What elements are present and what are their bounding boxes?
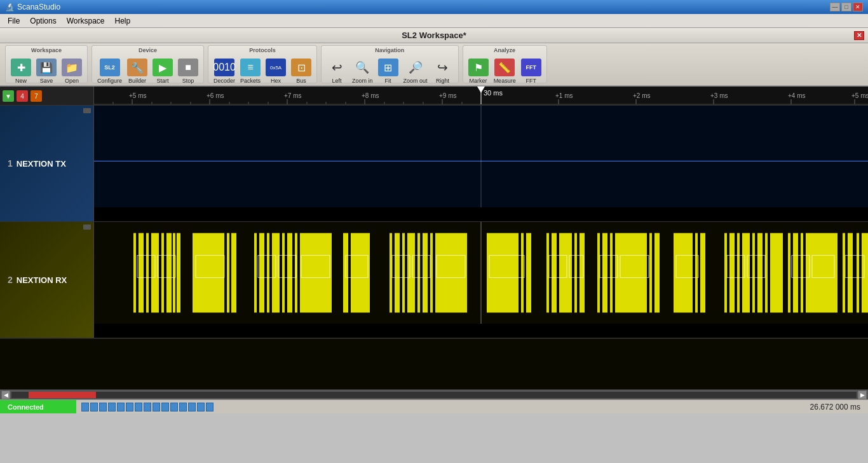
packets-label: Packets — [240, 78, 261, 84]
progress-block-13 — [188, 403, 196, 411]
ch2-number: 2 — [8, 275, 13, 285]
svg-rect-74 — [552, 233, 557, 312]
stop-button[interactable]: ■ Stop — [177, 57, 200, 85]
svg-rect-68 — [430, 233, 433, 312]
start-label: Start — [157, 78, 169, 84]
timeline-down-button[interactable]: ▼ — [3, 90, 14, 102]
builder-button[interactable]: 🔧 Builder — [126, 57, 149, 85]
menu-help[interactable]: Help — [110, 15, 136, 27]
svg-rect-50 — [227, 233, 229, 312]
group-label-workspace: Workspace — [31, 47, 62, 53]
minimize-button[interactable]: — — [830, 3, 840, 11]
svg-rect-88 — [729, 233, 735, 312]
scroll-thumb[interactable] — [29, 392, 96, 398]
group-label-analyze: Analyze — [494, 47, 515, 53]
left-button[interactable]: ↩ Left — [325, 57, 348, 85]
timeline-red-button[interactable]: 4 — [17, 90, 28, 102]
svg-rect-56 — [282, 233, 285, 312]
menu-options[interactable]: Options — [25, 15, 61, 27]
menu-workspace[interactable]: Workspace — [62, 15, 110, 27]
zoomin-icon: 🔍 — [352, 59, 372, 76]
marker-button[interactable]: ⚑ Marker — [467, 57, 490, 85]
svg-rect-69 — [435, 233, 467, 312]
right-icon: ↪ — [433, 59, 453, 76]
configure-button[interactable]: SL2 Configure — [96, 57, 123, 85]
menubar: File Options Workspace Help — [0, 14, 868, 28]
group-label-protocols: Protocols — [249, 47, 276, 53]
fit-button[interactable]: ⊞ Fit — [377, 57, 400, 85]
svg-rect-65 — [407, 233, 415, 312]
svg-rect-91 — [752, 233, 755, 312]
svg-rect-72 — [526, 233, 531, 312]
svg-rect-47 — [173, 233, 175, 312]
channel-1-row: 1 NEXTION TX — [0, 106, 868, 222]
toolbar: Workspace ✚ New 💾 Save 📁 Open Device SL2… — [0, 43, 868, 86]
svg-rect-52 — [254, 233, 257, 312]
svg-rect-71 — [521, 233, 524, 312]
workspace-close-button[interactable]: ✕ — [854, 31, 864, 40]
svg-rect-42 — [139, 233, 144, 312]
ch2-resize-handle[interactable] — [83, 225, 91, 230]
channel-2-label: 2 NEXTION RX — [0, 222, 94, 338]
svg-text:+2 ms: +2 ms — [633, 92, 651, 99]
svg-rect-73 — [546, 233, 549, 312]
scroll-track[interactable] — [11, 392, 857, 398]
maximize-button[interactable]: □ — [841, 3, 851, 11]
menu-file[interactable]: File — [3, 15, 25, 27]
decoder-icon: 0010 — [214, 59, 234, 76]
progress-block-9 — [153, 403, 160, 411]
ch1-resize-handle[interactable] — [83, 108, 91, 113]
zoomout-label: Zoom out — [403, 78, 428, 84]
progress-block-5 — [117, 403, 125, 411]
group-label-device: Device — [139, 47, 157, 53]
svg-rect-62 — [390, 233, 392, 312]
timeline-orange-button[interactable]: 7 — [31, 90, 42, 102]
zoomin-button[interactable]: 🔍 Zoom in — [351, 57, 374, 85]
start-button[interactable]: ▶ Start — [151, 57, 174, 85]
measure-button[interactable]: 📏 Measure — [492, 57, 517, 85]
svg-rect-87 — [724, 233, 727, 312]
status-connected-label: Connected — [0, 400, 76, 413]
save-icon: 💾 — [36, 59, 57, 76]
svg-text:+3 ms: +3 ms — [710, 92, 728, 99]
svg-rect-101 — [857, 233, 859, 312]
scrollbar-area: ◀ ▶ — [0, 389, 868, 399]
svg-rect-54 — [267, 233, 269, 312]
configure-label: Configure — [97, 78, 122, 84]
toolbar-group-protocols: Protocols 0010 Decoder ≡ Packets 0x5A He… — [208, 45, 317, 83]
zoomout-button[interactable]: 🔎 Zoom out — [402, 57, 429, 85]
statusbar: Connected 26.672 000 ms — [0, 399, 868, 413]
progress-block-11 — [170, 403, 178, 411]
scroll-left-button[interactable]: ◀ — [1, 390, 10, 399]
app-title: ScanaStudio — [17, 3, 60, 11]
ch1-name: NEXTION TX — [17, 159, 66, 169]
right-button[interactable]: ↪ Right — [431, 57, 454, 85]
svg-rect-97 — [801, 233, 803, 312]
progress-block-3 — [99, 403, 107, 411]
fft-label: FFT — [526, 78, 536, 84]
packets-icon: ≡ — [240, 59, 261, 76]
start-icon: ▶ — [153, 59, 173, 76]
hex-button[interactable]: 0x5A Hex — [264, 57, 287, 85]
channel-1-waveform — [94, 106, 868, 207]
progress-block-6 — [126, 403, 133, 411]
fit-label: Fit — [385, 78, 391, 84]
save-label: Save — [40, 78, 53, 84]
new-button[interactable]: ✚ New — [10, 57, 32, 85]
svg-text:+4 ms: +4 ms — [788, 92, 806, 99]
bus-button[interactable]: ⊡ Bus — [290, 57, 313, 85]
status-progress — [81, 403, 214, 411]
svg-rect-43 — [146, 233, 149, 312]
builder-label: Builder — [128, 78, 146, 84]
scroll-right-button[interactable]: ▶ — [858, 390, 867, 399]
decoder-button[interactable]: 0010 Decoder — [212, 57, 236, 85]
svg-rect-89 — [737, 233, 740, 312]
svg-rect-53 — [259, 233, 264, 312]
packets-button[interactable]: ≡ Packets — [239, 57, 262, 85]
save-button[interactable]: 💾 Save — [35, 57, 58, 85]
fft-button[interactable]: FFT FFT — [520, 57, 543, 85]
open-button[interactable]: 📁 Open — [60, 57, 83, 85]
svg-rect-86 — [700, 233, 705, 312]
svg-text:30 ms: 30 ms — [484, 89, 503, 97]
close-button[interactable]: ✕ — [853, 3, 863, 11]
